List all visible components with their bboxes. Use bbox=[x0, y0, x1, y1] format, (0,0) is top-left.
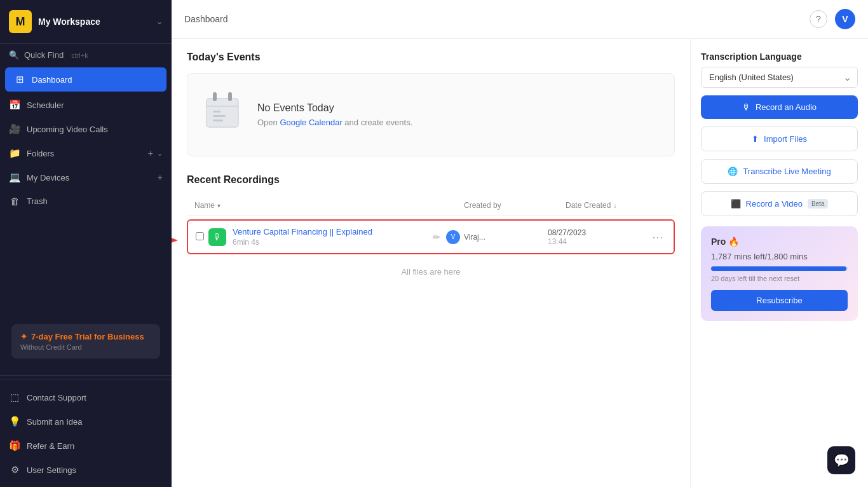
center-content: Today's Events No Events Today bbox=[172, 39, 690, 487]
trial-box[interactable]: ✦ 7-day Free Trial for Business Without … bbox=[11, 324, 160, 359]
beta-badge: Beta bbox=[808, 199, 829, 209]
resubscribe-button[interactable]: Resubscribe bbox=[711, 290, 848, 311]
workspace-chevron-icon: ⌄ bbox=[156, 17, 163, 26]
recording-title[interactable]: Venture Capital Financing || Explained bbox=[233, 227, 427, 237]
lang-section-title: Transcription Language bbox=[701, 51, 858, 62]
folders-chevron-icon[interactable]: ⌄ bbox=[157, 149, 163, 158]
recording-row[interactable]: 🎙 Venture Capital Financing || Explained… bbox=[187, 219, 675, 254]
row-select-checkbox[interactable] bbox=[196, 232, 204, 240]
time-value: 13:44 bbox=[548, 237, 649, 246]
svg-rect-0 bbox=[207, 99, 238, 127]
main-content: Dashboard ? V Today's Events bbox=[172, 0, 868, 487]
trial-section: ✦ 7-day Free Trial for Business Without … bbox=[0, 312, 172, 371]
quick-find-shortcut: ctrl+k bbox=[71, 51, 88, 59]
chat-icon: 💬 bbox=[834, 453, 850, 468]
workspace-header[interactable]: M My Workspace ⌄ bbox=[0, 0, 172, 44]
sidebar-bottom: ⬚ Contact Support 💡 Submit an Idea 🎁 Ref… bbox=[0, 380, 172, 487]
transcribe-live-button[interactable]: 🌐 Transcribe Live Meeting bbox=[701, 159, 858, 184]
sidebar-item-label: Trash bbox=[27, 196, 163, 206]
topbar: Dashboard ? V bbox=[172, 0, 868, 39]
pro-title: Pro 🔥 bbox=[711, 237, 848, 247]
record-audio-button[interactable]: 🎙 Record an Audio bbox=[701, 95, 858, 119]
sidebar-item-user-settings[interactable]: ⚙ User Settings bbox=[0, 458, 172, 482]
help-icon: ? bbox=[816, 14, 821, 24]
record-audio-label: Record an Audio bbox=[756, 102, 817, 112]
help-button[interactable]: ? bbox=[810, 10, 827, 28]
sidebar-item-trash[interactable]: 🗑 Trash bbox=[0, 189, 172, 213]
transcribe-label: Transcribe Live Meeting bbox=[743, 167, 831, 176]
sidebar-item-video-calls[interactable]: 🎥 Upcoming Video Calls bbox=[0, 117, 172, 141]
recording-name-area: Venture Capital Financing || Explained 6… bbox=[233, 227, 427, 247]
user-avatar[interactable]: V bbox=[835, 9, 855, 29]
sidebar-item-folders[interactable]: 📁 Folders + ⌄ bbox=[0, 141, 172, 165]
pro-box: Pro 🔥 1,787 mins left/1,800 mins 20 days… bbox=[701, 226, 858, 321]
recording-duration: 6min 4s bbox=[233, 238, 427, 247]
sidebar-nav: ⊞ Dashboard 📅 Scheduler 🎥 Upcoming Video… bbox=[0, 66, 172, 312]
sidebar-item-label: Contact Support bbox=[27, 393, 163, 402]
sidebar-item-label: My Devices bbox=[27, 173, 151, 182]
pro-progress-bar-bg bbox=[711, 266, 848, 271]
folders-plus-icon[interactable]: + bbox=[148, 148, 153, 158]
col-header-name: Name ▾ bbox=[194, 201, 464, 210]
sidebar-item-label: Upcoming Video Calls bbox=[27, 125, 163, 134]
folders-icon: 📁 bbox=[9, 147, 20, 159]
submit-idea-icon: 💡 bbox=[9, 416, 20, 427]
search-icon: 🔍 bbox=[9, 50, 19, 60]
devices-plus-icon[interactable]: + bbox=[158, 172, 163, 182]
edit-button[interactable]: ✏ bbox=[427, 232, 446, 242]
svg-rect-2 bbox=[213, 92, 217, 101]
page-breadcrumb: Dashboard bbox=[184, 14, 228, 24]
sidebar-item-label: Dashboard bbox=[32, 75, 158, 85]
transcribe-icon: 🌐 bbox=[728, 167, 738, 176]
no-events-subtitle: Open Google Calendar and create events. bbox=[257, 118, 412, 127]
google-calendar-link[interactable]: Google Calendar bbox=[280, 118, 342, 127]
recording-creator: V Viraj... bbox=[446, 230, 548, 244]
table-header: Name ▾ Created by Date Created ↓ bbox=[187, 196, 675, 216]
row-checkbox[interactable] bbox=[196, 231, 208, 243]
red-arrow-indicator bbox=[172, 221, 184, 253]
events-section-title: Today's Events bbox=[187, 51, 675, 63]
sidebar-item-scheduler[interactable]: 📅 Scheduler bbox=[0, 93, 172, 117]
record-video-button[interactable]: ⬛ Record a Video Beta bbox=[701, 191, 858, 216]
chat-widget[interactable]: 💬 bbox=[827, 446, 855, 474]
main-body: Today's Events No Events Today bbox=[172, 39, 868, 487]
sidebar-item-devices[interactable]: 💻 My Devices + bbox=[0, 165, 172, 189]
import-label: Import Files bbox=[764, 134, 807, 144]
col-header-created-by: Created by bbox=[464, 201, 566, 210]
scheduler-icon: 📅 bbox=[9, 99, 20, 111]
user-settings-icon: ⚙ bbox=[9, 464, 20, 476]
recording-date: 08/27/2023 13:44 bbox=[548, 228, 649, 246]
svg-rect-4 bbox=[213, 111, 220, 113]
date-sort-icon: ↓ bbox=[613, 202, 616, 209]
svg-rect-5 bbox=[213, 115, 226, 117]
creator-name: Viraj... bbox=[464, 233, 485, 242]
trial-star-icon: ✦ bbox=[20, 332, 27, 341]
sidebar-item-contact-support[interactable]: ⬚ Contact Support bbox=[0, 385, 172, 409]
topbar-actions: ? V bbox=[810, 9, 855, 29]
dashboard-icon: ⊞ bbox=[14, 74, 25, 85]
more-options-button[interactable]: ⋯ bbox=[649, 230, 666, 244]
workspace-name: My Workspace bbox=[38, 17, 156, 27]
contact-support-icon: ⬚ bbox=[9, 392, 20, 403]
import-files-button[interactable]: ⬆ Import Files bbox=[701, 127, 858, 151]
quick-find-button[interactable]: 🔍 Quick Find ctrl+k bbox=[0, 44, 172, 66]
sidebar-item-refer-earn[interactable]: 🎁 Refer & Earn bbox=[0, 434, 172, 458]
lang-select[interactable]: English (United States) English (UK) Spa… bbox=[701, 67, 858, 88]
recording-type-icon: 🎙 bbox=[208, 228, 226, 246]
date-value: 08/27/2023 bbox=[548, 228, 649, 237]
lang-select-wrapper: English (United States) English (UK) Spa… bbox=[701, 67, 858, 88]
sidebar-item-label: User Settings bbox=[27, 465, 163, 475]
video-calls-icon: 🎥 bbox=[9, 123, 20, 135]
right-panel: Transcription Language English (United S… bbox=[690, 39, 868, 487]
sidebar-item-dashboard[interactable]: ⊞ Dashboard bbox=[5, 67, 166, 92]
sidebar-item-submit-idea[interactable]: 💡 Submit an Idea bbox=[0, 409, 172, 434]
recordings-section-title: Recent Recordings bbox=[187, 174, 675, 186]
all-files-label: All files are here bbox=[187, 267, 675, 277]
lang-section: Transcription Language English (United S… bbox=[701, 51, 858, 88]
pro-reset-text: 20 days left till the next reset bbox=[711, 275, 848, 282]
devices-icon: 💻 bbox=[9, 172, 20, 183]
pro-mins: 1,787 mins left/1,800 mins bbox=[711, 252, 848, 261]
trial-subtitle: Without Credit Card bbox=[20, 343, 151, 351]
creator-avatar: V bbox=[446, 230, 460, 244]
col-header-date: Date Created ↓ bbox=[566, 201, 667, 210]
